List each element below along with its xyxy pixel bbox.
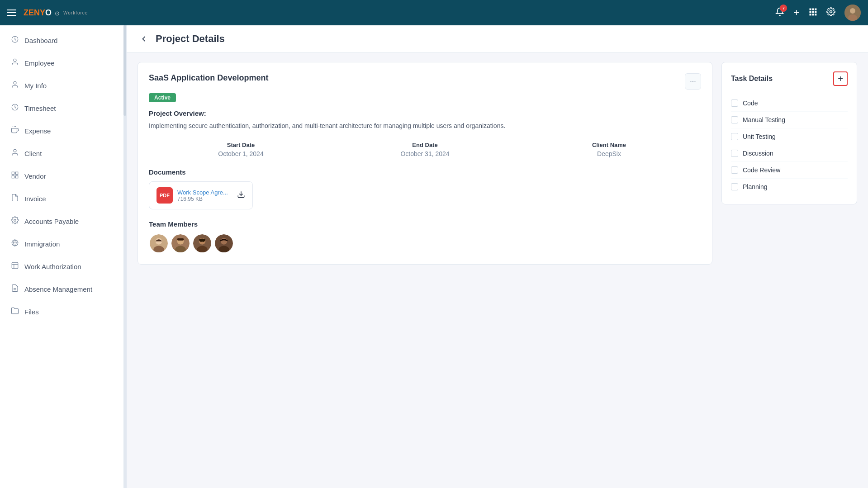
doc2-icon — [11, 261, 19, 271]
sidebar-item-my-info[interactable]: My Info — [0, 74, 126, 97]
sidebar-item-dashboard[interactable]: Dashboard — [0, 29, 126, 52]
svg-point-25 — [14, 219, 16, 222]
files-icon — [11, 307, 19, 317]
sidebar-item-work-authorization[interactable]: Work Authorization — [0, 255, 126, 278]
svg-point-9 — [830, 10, 832, 13]
sidebar-item-expense[interactable]: Expense — [0, 119, 126, 142]
sidebar-item-files[interactable]: Files — [0, 300, 126, 323]
sidebar-item-client[interactable]: Client — [0, 142, 126, 165]
add-button[interactable]: + — [793, 7, 799, 19]
globe-icon — [11, 239, 19, 249]
svg-rect-6 — [810, 14, 811, 15]
svg-point-20 — [14, 149, 16, 152]
hand-icon — [11, 126, 19, 136]
team-member-2[interactable] — [171, 233, 190, 253]
logo-text: ZENYO ⊙ — [24, 8, 60, 18]
settings2-icon — [11, 216, 19, 226]
svg-rect-23 — [12, 176, 14, 178]
sidebar-item-vendor[interactable]: Vendor — [0, 165, 126, 187]
back-button[interactable] — [138, 33, 150, 45]
svg-rect-4 — [812, 11, 814, 13]
download-button[interactable] — [237, 190, 245, 200]
team-avatars — [149, 233, 701, 253]
person2-icon — [11, 148, 19, 158]
page-header: Project Details — [127, 25, 868, 53]
project-overview-title: Project Overview: — [149, 109, 701, 117]
task-item-planning: Planning — [731, 179, 848, 195]
svg-rect-7 — [812, 14, 814, 15]
clock-icon — [11, 35, 19, 45]
svg-rect-27 — [12, 262, 18, 269]
sidebar-label-client: Client — [24, 150, 42, 157]
svg-rect-21 — [12, 172, 14, 174]
sidebar-item-accounts-payable[interactable]: Accounts Payable — [0, 210, 126, 232]
sidebar: Dashboard Employee My Info Timesheet Exp… — [0, 25, 127, 488]
doc3-icon — [11, 284, 19, 294]
notification-count: 7 — [780, 5, 787, 12]
add-task-button[interactable]: + — [833, 71, 848, 86]
task-panel: Task Details + Code Manual Testing Unit … — [721, 62, 857, 204]
task-checkbox-unit-testing[interactable] — [731, 133, 738, 140]
task-list: Code Manual Testing Unit Testing Discuss… — [731, 95, 848, 195]
user-avatar[interactable] — [844, 5, 861, 21]
logo-subtitle: Workforce — [63, 10, 88, 15]
task-item-manual-testing: Manual Testing — [731, 112, 848, 128]
task-panel-title: Task Details — [731, 75, 773, 83]
task-label-discussion: Discussion — [743, 150, 773, 157]
start-date-label: Start Date — [149, 142, 333, 148]
sidebar-label-expense: Expense — [24, 127, 51, 135]
clock2-icon — [11, 103, 19, 113]
task-checkbox-code[interactable] — [731, 99, 738, 107]
sidebar-label-absence-management: Absence Management — [24, 285, 92, 293]
sidebar-item-invoice[interactable]: Invoice — [0, 187, 126, 210]
svg-rect-39 — [177, 238, 184, 241]
task-checkbox-planning[interactable] — [731, 183, 738, 190]
sidebar-label-employee: Employee — [24, 59, 55, 67]
sidebar-item-employee[interactable]: Employee — [0, 52, 126, 74]
navbar: ZENYO ⊙ Workforce 7 + — [0, 0, 868, 25]
page-title: Project Details — [156, 33, 225, 45]
svg-point-11 — [850, 8, 855, 14]
document-size: 716.95 KB — [177, 196, 228, 202]
sidebar-label-files: Files — [24, 308, 39, 316]
task-item-code: Code — [731, 95, 848, 112]
svg-point-14 — [14, 59, 16, 62]
task-label-manual-testing: Manual Testing — [743, 116, 785, 123]
project-dates: Start Date October 1, 2024 End Date Octo… — [149, 142, 701, 157]
task-item-unit-testing: Unit Testing — [731, 128, 848, 145]
task-checkbox-discussion[interactable] — [731, 150, 738, 157]
end-date-value: October 31, 2024 — [333, 150, 517, 157]
svg-point-15 — [14, 81, 16, 84]
sidebar-label-vendor: Vendor — [24, 172, 46, 180]
documents-title: Documents — [149, 168, 701, 176]
team-member-1[interactable] — [149, 233, 169, 253]
sidebar-label-immigration: Immigration — [24, 240, 60, 248]
task-label-planning: Planning — [743, 183, 768, 190]
task-label-code: Code — [743, 99, 758, 107]
more-options-button[interactable]: ··· — [685, 73, 701, 90]
settings-icon[interactable] — [826, 7, 835, 19]
task-label-unit-testing: Unit Testing — [743, 133, 776, 140]
svg-rect-2 — [815, 8, 816, 10]
sidebar-label-work-authorization: Work Authorization — [24, 263, 81, 270]
sidebar-label-dashboard: Dashboard — [24, 37, 57, 44]
task-checkbox-code-review[interactable] — [731, 166, 738, 174]
notification-bell[interactable]: 7 — [775, 7, 784, 19]
task-item-code-review: Code Review — [731, 162, 848, 179]
sidebar-item-immigration[interactable]: Immigration — [0, 232, 126, 255]
team-member-4[interactable] — [214, 233, 234, 253]
team-member-3[interactable] — [192, 233, 212, 253]
svg-point-34 — [156, 238, 162, 245]
sidebar-item-timesheet[interactable]: Timesheet — [0, 97, 126, 119]
svg-rect-8 — [815, 14, 816, 15]
sidebar-item-absence-management[interactable]: Absence Management — [0, 278, 126, 300]
team-members-title: Team Members — [149, 220, 701, 228]
svg-rect-22 — [16, 172, 18, 174]
apps-grid-icon[interactable] — [808, 7, 817, 19]
hamburger-menu[interactable] — [7, 9, 16, 16]
svg-rect-0 — [810, 8, 811, 10]
end-date-label: End Date — [333, 142, 517, 148]
document-name[interactable]: Work Scope Agre... — [177, 189, 228, 196]
task-checkbox-manual-testing[interactable] — [731, 116, 738, 123]
project-status-badge: Active — [149, 93, 176, 102]
